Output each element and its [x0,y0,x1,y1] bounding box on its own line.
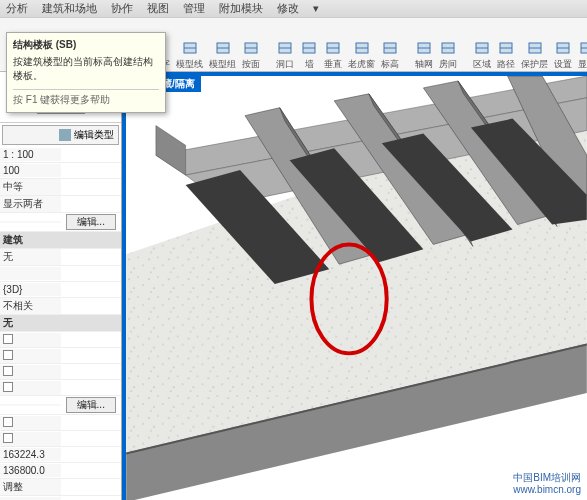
checkbox[interactable] [3,350,13,360]
tooltip: 结构楼板 (SB) 按建筑楼型的当前标高创建结构楼板。 按 F1 键获得更多帮助 [6,32,166,113]
ribbon-label: 路径 [497,58,515,71]
property-value[interactable] [61,305,122,307]
property-value[interactable] [61,486,122,488]
property-value[interactable] [61,203,122,205]
ribbon-label: 老虎窗 [348,58,375,71]
edit-icon [59,129,71,141]
property-row[interactable]: 无 [0,249,121,266]
property-value[interactable] [61,454,122,456]
menu-overflow-icon[interactable]: ▾ [313,2,319,15]
ribbon-set-button[interactable]: 设置 [554,39,572,71]
viewport-3d [126,76,587,500]
property-row[interactable] [0,380,121,396]
ribbon-label: 模型组 [209,58,236,71]
property-row[interactable]: 136800.0 [0,463,121,479]
menu-item[interactable]: 视图 [147,1,169,16]
checkbox[interactable] [3,366,13,376]
ribbon-face-button[interactable]: 按面 [242,39,260,71]
dorm-icon [353,39,371,57]
property-row[interactable]: 不相关 [0,298,121,315]
tooltip-help: 按 F1 键获得更多帮助 [13,89,159,107]
property-row[interactable]: 编辑... [0,396,121,415]
viewport[interactable]: 临时隐藏/隔离 [122,72,587,500]
menu-item[interactable]: 分析 [6,1,28,16]
ribbon-grid-button[interactable]: 轴网 [415,39,433,71]
vert-icon [324,39,342,57]
ribbon-label: 按面 [242,58,260,71]
tooltip-body: 按建筑楼型的当前标高创建结构楼板。 [13,55,159,83]
property-row[interactable] [0,266,121,282]
property-row[interactable] [0,415,121,431]
area-icon [473,39,491,57]
property-row[interactable] [0,364,121,380]
properties-panel: 编辑类型 1 : 100100中等显示两者编辑...建筑无 {3D}不相关无编辑… [0,72,122,500]
ribbon-label: 显示 [578,58,587,71]
property-row[interactable] [0,496,121,500]
property-key: {3D} [0,283,61,296]
ribbon-label: 区域 [473,58,491,71]
ribbon-room-button[interactable]: 房间 [439,39,457,71]
property-key: 163224.3 [0,448,61,461]
property-group-header: 无 [0,315,121,331]
property-value[interactable] [61,256,122,258]
ribbon-line-button[interactable]: 模型线 [176,39,203,71]
property-row[interactable] [0,348,121,364]
ribbon-area-button[interactable]: 区域 [473,39,491,71]
show-icon [578,39,587,57]
menu-item[interactable]: 附加模块 [219,1,263,16]
property-value[interactable] [61,470,122,472]
property-value[interactable] [61,186,122,188]
ribbon-label: 设置 [554,58,572,71]
grid-icon [415,39,433,57]
property-row[interactable]: 1 : 100 [0,147,121,163]
ribbon-group-button[interactable]: 模型组 [209,39,236,71]
properties-grid[interactable]: 1 : 100100中等显示两者编辑...建筑无 {3D}不相关无编辑...16… [0,147,121,500]
ribbon-path-button[interactable]: 路径 [497,39,515,71]
property-value[interactable] [61,154,122,156]
ribbon-cover-button[interactable]: 保护层 [521,39,548,71]
property-edit-button[interactable]: 编辑... [66,214,116,230]
property-row[interactable] [0,332,121,348]
path-icon [497,39,515,57]
room-icon [439,39,457,57]
property-value[interactable] [61,170,122,172]
property-row[interactable]: 100 [0,163,121,179]
menu-item[interactable]: 协作 [111,1,133,16]
property-key: 显示两者 [0,196,61,212]
cover-icon [526,39,544,57]
menu-item[interactable]: 修改 [277,1,299,16]
property-row[interactable]: 中等 [0,179,121,196]
ribbon-wall-button[interactable]: 墙 [300,39,318,71]
set-icon [554,39,572,57]
menu-item[interactable]: 管理 [183,1,205,16]
property-row[interactable]: 调整 [0,479,121,496]
property-row[interactable]: 编辑... [0,213,121,232]
property-value[interactable] [61,289,122,291]
checkbox[interactable] [3,433,13,443]
property-key: 调整 [0,479,61,495]
property-row[interactable]: 无 [0,315,121,332]
ribbon-label: 房间 [439,58,457,71]
ribbon-label: 轴网 [415,58,433,71]
property-key: 100 [0,164,61,177]
menu-item[interactable]: 建筑和场地 [42,1,97,16]
property-row[interactable]: 建筑 [0,232,121,249]
ribbon-open-button[interactable]: 洞口 [276,39,294,71]
ribbon-show-button[interactable]: 显示 [578,39,587,71]
property-row[interactable] [0,431,121,447]
property-key: 无 [0,249,61,265]
property-key: 136800.0 [0,464,61,477]
checkbox[interactable] [3,382,13,392]
checkbox[interactable] [3,417,13,427]
checkbox[interactable] [3,334,13,344]
property-edit-button[interactable]: 编辑... [66,397,116,413]
main-area: 编辑类型 1 : 100100中等显示两者编辑...建筑无 {3D}不相关无编辑… [0,72,587,500]
ribbon-level-button[interactable]: 标高 [381,39,399,71]
ribbon-vert-button[interactable]: 垂直 [324,39,342,71]
edit-type-button[interactable]: 编辑类型 [2,125,119,145]
group-icon [214,39,232,57]
property-row[interactable]: {3D} [0,282,121,298]
property-row[interactable]: 163224.3 [0,447,121,463]
property-row[interactable]: 显示两者 [0,196,121,213]
ribbon-dorm-button[interactable]: 老虎窗 [348,39,375,71]
